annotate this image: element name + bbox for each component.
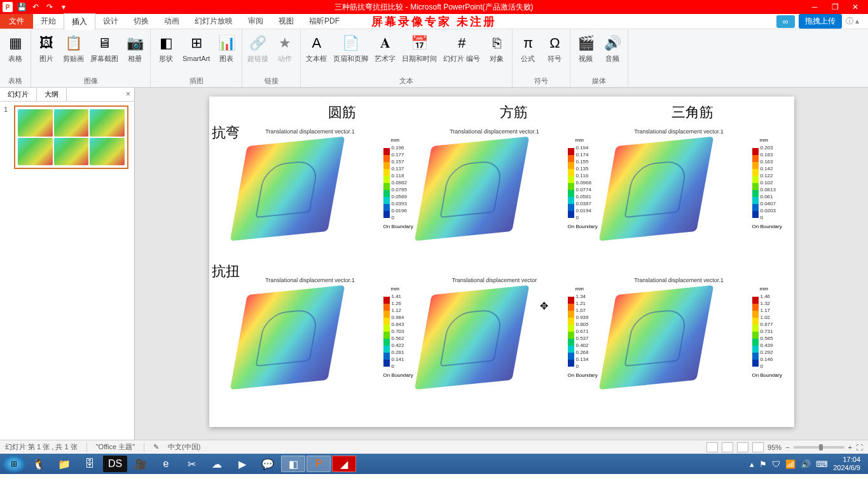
相册-icon: 📷 <box>125 33 145 53</box>
ribbon-tab-6[interactable]: 审阅 <box>240 13 271 29</box>
ribbon-item-text-3[interactable]: 📅日期和时间 <box>401 32 438 64</box>
sorter-view-button[interactable] <box>722 442 733 452</box>
tab-slides[interactable]: 幻灯片 <box>0 88 37 101</box>
文本框-icon: A <box>307 33 327 53</box>
ribbon-item-images-2[interactable]: 🖥屏幕截图 <box>89 32 120 64</box>
clock[interactable]: 17:04 2024/6/9 <box>833 456 860 472</box>
ribbon-item-images-0[interactable]: 🖼图片 <box>35 32 58 64</box>
workspace: 幻灯片 大纲 × 1 圆筋方筋三角筋 抗弯 抗扭 Translational d… <box>0 88 868 440</box>
task-record-icon[interactable]: 🎥 <box>128 456 153 472</box>
ribbon-item-symbols-1[interactable]: Ω符号 <box>543 32 566 64</box>
upload-button[interactable]: 拖拽上传 <box>799 14 842 29</box>
ribbon-item-text-2[interactable]: 𝐀艺术字 <box>373 32 397 64</box>
ribbon-item-text-5[interactable]: ⎘对象 <box>485 32 508 64</box>
reading-view-button[interactable] <box>737 442 748 452</box>
ribbon-tab-1[interactable]: 插入 <box>64 13 95 30</box>
help-icon[interactable]: ⓘ ▴ <box>846 16 859 27</box>
save-icon[interactable]: 💾 <box>17 2 27 12</box>
minimize-button[interactable]: ─ <box>807 2 822 12</box>
ribbon-tab-2[interactable]: 设计 <box>95 13 126 29</box>
tray-up-icon[interactable]: ▴ <box>750 459 754 469</box>
legend-value: 0.402 <box>576 342 589 349</box>
ribbon-tab-3[interactable]: 切换 <box>126 13 156 29</box>
slide-editor[interactable]: 圆筋方筋三角筋 抗弯 抗扭 Translational displacement… <box>135 88 868 440</box>
task-wechat-icon[interactable]: 💬 <box>256 456 280 472</box>
tray-volume-icon[interactable]: 🔊 <box>801 459 811 469</box>
ribbon-group-label: 图像 <box>35 75 146 86</box>
zoom-out-button[interactable]: − <box>785 444 789 451</box>
legend-value: 0.984 <box>392 314 404 321</box>
slide-thumbnail[interactable] <box>14 105 128 169</box>
ribbon-item-illus-2[interactable]: 📊图表 <box>215 32 238 64</box>
task-video-icon[interactable]: ▶ <box>230 456 254 472</box>
ribbon-item-label: 表格 <box>8 55 22 63</box>
task-snip-icon[interactable]: ✂ <box>179 456 203 472</box>
ribbon-item-media-1[interactable]: 🔊音频 <box>601 32 624 64</box>
表格-icon: ▦ <box>5 33 25 53</box>
ribbon-item-illus-0[interactable]: ◧形状 <box>155 32 177 64</box>
ribbon-item-images-3[interactable]: 📷相册 <box>123 32 146 64</box>
displacement-heatmap <box>598 137 713 241</box>
剪贴画-icon: 📋 <box>64 33 84 53</box>
task-ds-icon[interactable]: DS <box>103 456 127 472</box>
legend-value: 1.34 <box>576 293 589 300</box>
task-ie-icon[interactable]: e <box>154 456 178 472</box>
slide-canvas[interactable]: 圆筋方筋三角筋 抗弯 抗扭 Translational displacement… <box>209 97 794 427</box>
legend-value: 0.135 <box>576 165 591 172</box>
ribbon-tab-4[interactable]: 动画 <box>156 13 187 29</box>
zoom-slider[interactable] <box>794 446 844 449</box>
ribbon-tab-7[interactable]: 视图 <box>271 13 301 29</box>
undo-icon[interactable]: ↶ <box>31 2 41 12</box>
spellcheck-icon[interactable]: ✎ <box>153 443 159 451</box>
maximize-button[interactable]: ❐ <box>827 2 843 12</box>
SmartArt-icon: ⊞ <box>186 33 207 53</box>
close-button[interactable]: ✕ <box>848 2 863 12</box>
ribbon-group-media: 🎬视频🔊音频媒体 <box>570 29 628 87</box>
language-label[interactable]: 中文(中国) <box>168 442 200 452</box>
legend-value: 0.155 <box>576 158 591 165</box>
ribbon-item-text-1[interactable]: 📄页眉和页脚 <box>332 32 369 64</box>
task-powerpoint-icon[interactable]: P <box>307 456 331 472</box>
plot-title: Translational displacement vector.1 <box>634 128 724 135</box>
slideshow-view-button[interactable] <box>752 442 764 452</box>
task-amd-icon[interactable]: ◢ <box>332 456 356 472</box>
cloud-button[interactable]: ∞ <box>776 15 795 28</box>
legend-footer: On Boundary <box>383 224 413 229</box>
task-access-icon[interactable]: 🗄 <box>78 456 102 472</box>
qat-more-icon[interactable]: ▾ <box>59 2 69 12</box>
ribbon-group-label: 符号 <box>516 75 566 86</box>
ribbon-item-text-0[interactable]: A文本框 <box>305 32 328 64</box>
tray-flag-icon[interactable]: ⚑ <box>759 459 767 469</box>
ribbon-item-text-4[interactable]: #幻灯片 编号 <box>442 32 481 64</box>
ribbon-item-media-0[interactable]: 🎬视频 <box>574 32 597 64</box>
legend-value: 0.194 <box>576 144 591 151</box>
legend-value: 0.0982 <box>392 179 407 186</box>
tab-outline[interactable]: 大纲 <box>37 88 67 101</box>
displacement-heatmap <box>414 137 529 241</box>
redo-icon[interactable]: ↷ <box>45 2 55 12</box>
normal-view-button[interactable] <box>706 442 718 452</box>
ribbon-item-illus-1[interactable]: ⊞SmartArt <box>181 32 211 64</box>
ribbon-tab-8[interactable]: 福昕PDF <box>301 13 347 29</box>
file-tab[interactable]: 文件 <box>0 14 33 29</box>
zoom-in-button[interactable]: + <box>848 444 852 451</box>
task-app1-icon[interactable]: ◧ <box>281 456 305 472</box>
ribbon-tab-0[interactable]: 开始 <box>33 13 64 29</box>
legend-value: 1.41 <box>392 293 404 300</box>
tray-shield-icon[interactable]: 🛡 <box>772 459 780 469</box>
fit-window-button[interactable]: ⛶ <box>856 444 863 451</box>
start-button[interactable]: ⊞ <box>3 455 25 473</box>
tray-network-icon[interactable]: 📶 <box>785 459 796 469</box>
task-qq-icon[interactable]: 🐧 <box>27 456 51 472</box>
ribbon-item-images-1[interactable]: 📋剪贴画 <box>62 32 85 64</box>
task-explorer-icon[interactable]: 📁 <box>52 456 76 472</box>
ribbon-tab-5[interactable]: 幻灯片放映 <box>187 13 240 29</box>
ribbon-item-symbols-0[interactable]: π公式 <box>516 32 539 64</box>
legend-value: 0.562 <box>392 335 404 342</box>
legend-unit: mm <box>752 137 768 143</box>
tray-ime-icon[interactable]: ⌨ <box>816 459 828 469</box>
ribbon-item-tables-0[interactable]: ▦表格 <box>4 32 27 64</box>
close-panel-icon[interactable]: × <box>122 88 134 101</box>
legend-value: 0.203 <box>761 144 776 151</box>
task-cloud-icon[interactable]: ☁ <box>205 456 229 472</box>
